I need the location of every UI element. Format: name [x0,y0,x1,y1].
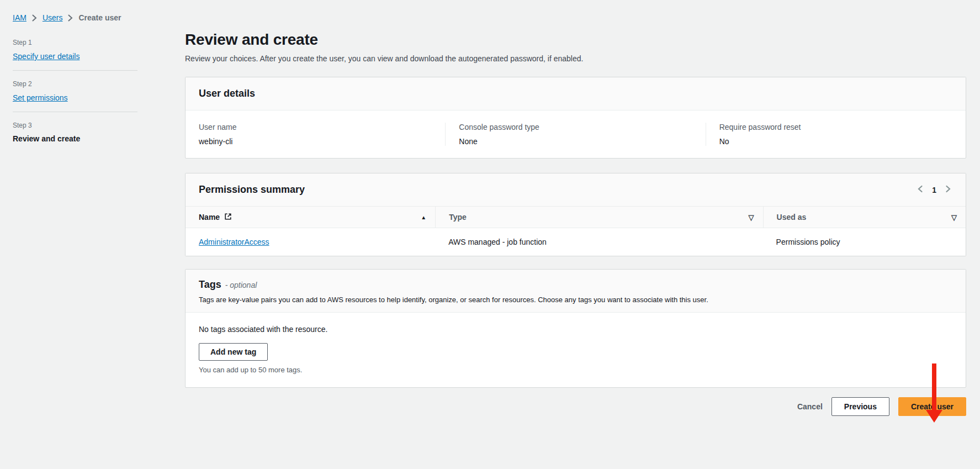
main-content: Review and create Review your choices. A… [185,0,966,416]
sort-ascending-icon[interactable]: ▲ [421,214,426,220]
table-row: AdministratorAccess AWS managed - job fu… [186,228,966,256]
cancel-button[interactable]: Cancel [797,402,823,411]
field-value: No [719,137,952,146]
step-number-label: Step 1 [13,39,137,46]
chevron-left-icon [917,185,923,194]
field-console-password-type: Console password type None [445,123,705,146]
column-header-used-as[interactable]: Used as ▽ [763,207,966,228]
sidebar-item-specify-user-details[interactable]: Specify user details [13,52,80,61]
filter-icon[interactable]: ▽ [749,213,754,222]
pagination: 1 [916,184,952,196]
field-require-password-reset: Require password reset No [706,123,966,146]
pagination-next-button[interactable] [944,184,952,196]
step-number-label: Step 2 [13,80,137,88]
breadcrumb-users-link[interactable]: Users [43,13,63,22]
card-title: User details [199,88,255,99]
chevron-right-icon [945,185,951,194]
page-description: Review your choices. After you create th… [185,54,966,63]
step-number-label: Step 3 [13,122,137,129]
pagination-current-page[interactable]: 1 [932,186,936,194]
sidebar-item-review-and-create: Review and create [13,134,137,143]
tags-card: Tags - optional Tags are key-value pairs… [185,269,966,388]
column-header-type[interactable]: Type ▽ [435,207,762,228]
field-label: Console password type [459,123,692,131]
cell-policy-type: AWS managed - job function [435,228,762,256]
wizard-step-3: Step 3 Review and create [13,122,137,143]
filter-icon[interactable]: ▽ [951,213,957,222]
card-title: Permissions summary [199,184,305,196]
page-title: Review and create [185,31,966,49]
user-details-card: User details User name webiny-cli Consol… [185,77,966,159]
user-details-body: User name webiny-cli Console password ty… [186,110,966,158]
permissions-summary-card: Permissions summary 1 [185,173,966,256]
user-details-header: User details [186,77,966,110]
previous-button[interactable]: Previous [831,397,889,416]
tags-body: No tags associated with the resource. Ad… [186,313,966,387]
permissions-table: Name ▲ Type ▽ Used as ▽ [186,206,966,256]
column-label: Type [449,213,467,222]
wizard-step-2: Step 2 Set permissions [13,80,137,112]
divider [13,112,137,112]
field-label: User name [199,123,432,131]
breadcrumb-current: Create user [78,13,121,22]
policy-link[interactable]: AdministratorAccess [199,238,269,246]
tags-limit-text: You can add up to 50 more tags. [199,366,952,374]
sidebar-item-set-permissions[interactable]: Set permissions [13,93,68,102]
add-new-tag-button[interactable]: Add new tag [199,343,268,361]
cell-used-as: Permissions policy [763,228,966,256]
permissions-summary-header: Permissions summary 1 [186,173,966,206]
create-user-button[interactable]: Create user [898,397,966,416]
footer-actions: Cancel Previous Create user [185,397,966,416]
optional-label: - optional [225,281,257,289]
field-value: webiny-cli [199,137,432,146]
field-label: Require password reset [719,123,952,131]
chevron-right-icon [68,14,73,22]
column-label: Name [199,213,220,222]
card-title: Tags [199,279,221,291]
cell-policy-name: AdministratorAccess [186,228,435,256]
field-value: None [459,137,692,146]
column-label: Used as [777,213,807,222]
chevron-right-icon [32,14,37,22]
external-link-icon [224,213,232,222]
tags-empty-text: No tags associated with the resource. [199,325,952,334]
table-header-row: Name ▲ Type ▽ Used as ▽ [186,206,966,228]
breadcrumb-iam-link[interactable]: IAM [13,13,27,22]
pagination-previous-button[interactable] [916,184,924,196]
wizard-step-1: Step 1 Specify user details [13,39,137,70]
divider [13,70,137,71]
wizard-sidebar: IAM Users Create user Step 1 Specify use… [13,13,137,143]
column-header-name[interactable]: Name ▲ [186,207,435,228]
tags-description: Tags are key-value pairs you can add to … [199,296,952,304]
field-user-name: User name webiny-cli [186,123,445,146]
tags-header: Tags - optional Tags are key-value pairs… [186,270,966,313]
breadcrumb: IAM Users Create user [13,13,137,22]
